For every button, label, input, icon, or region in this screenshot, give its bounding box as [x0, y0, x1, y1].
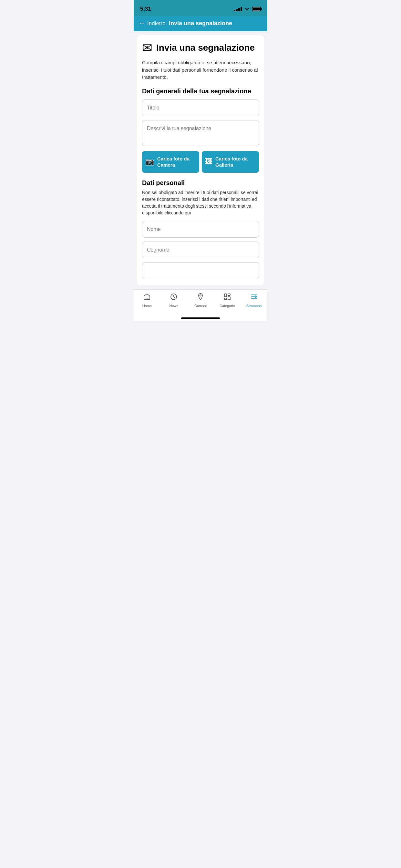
extra-input[interactable]: [142, 262, 259, 279]
camera-button[interactable]: 📷 Carica foto da Camera: [142, 151, 199, 173]
svg-rect-3: [224, 294, 227, 297]
descrizione-input[interactable]: [142, 120, 259, 146]
main-content: ✉ Invia una segnalazione Compila i campi…: [134, 31, 267, 289]
camera-icon: 📷: [145, 158, 154, 166]
gallery-button-label: Carica foto da Galleria: [215, 156, 256, 168]
tab-news-label: News: [169, 304, 178, 308]
signal-icon: [234, 7, 242, 11]
status-bar: 5:31: [134, 0, 267, 16]
back-arrow-icon: ←: [139, 20, 145, 27]
tab-strumenti[interactable]: Strumenti: [241, 293, 267, 308]
page-title: Invia una segnalazione: [156, 42, 255, 53]
mail-icon: ✉: [142, 42, 152, 54]
tab-home-label: Home: [143, 304, 152, 308]
gallery-icon: 🖼: [205, 158, 212, 166]
tab-news[interactable]: News: [160, 293, 187, 308]
page-header: ✉ Invia una segnalazione: [142, 42, 259, 54]
home-bar: [181, 317, 220, 319]
battery-icon: [252, 7, 261, 11]
status-icons: [234, 7, 261, 11]
svg-point-2: [200, 295, 201, 296]
status-time: 5:31: [140, 6, 151, 12]
section-personal-title: Dati personali: [142, 179, 259, 187]
home-icon: [143, 293, 151, 303]
tab-bar: Home News Comuni Categorie: [134, 289, 267, 315]
tab-comuni-label: Comuni: [194, 304, 207, 308]
nav-bar: ← Indietro Invia una segnalazione: [134, 16, 267, 31]
tab-comuni[interactable]: Comuni: [187, 293, 214, 308]
cognome-input[interactable]: [142, 242, 259, 258]
categorie-icon: [223, 293, 231, 303]
camera-button-label: Carica foto da Camera: [157, 156, 196, 168]
svg-rect-0: [146, 298, 148, 300]
section-general-title: Dati generali della tua segnalazione: [142, 88, 259, 95]
strumenti-icon: [250, 293, 258, 303]
gallery-button[interactable]: 🖼 Carica foto da Galleria: [202, 151, 259, 173]
form-card: ✉ Invia una segnalazione Compila i campi…: [137, 35, 264, 285]
tab-categorie-label: Categorie: [220, 304, 235, 308]
news-icon: [170, 293, 178, 303]
personal-description: Non sei obbligato ad inserire i tuoi dat…: [142, 189, 259, 216]
upload-buttons-row: 📷 Carica foto da Camera 🖼 Carica foto da…: [142, 151, 259, 173]
tab-strumenti-label: Strumenti: [246, 304, 261, 308]
svg-rect-5: [224, 298, 227, 300]
intro-description: Compila i campi obbligatori e, se ritien…: [142, 59, 259, 81]
tab-home[interactable]: Home: [134, 293, 160, 308]
svg-rect-4: [228, 294, 230, 296]
wifi-icon: [244, 7, 250, 11]
tab-categorie[interactable]: Categorie: [214, 293, 241, 308]
back-label: Indietro: [147, 20, 166, 27]
titolo-input[interactable]: [142, 99, 259, 116]
home-indicator: [134, 315, 267, 321]
nome-input[interactable]: [142, 221, 259, 238]
back-button[interactable]: ← Indietro: [139, 20, 166, 27]
comuni-icon: [197, 293, 204, 303]
nav-title: Invia una segnalazione: [169, 20, 232, 27]
svg-rect-6: [228, 297, 230, 300]
